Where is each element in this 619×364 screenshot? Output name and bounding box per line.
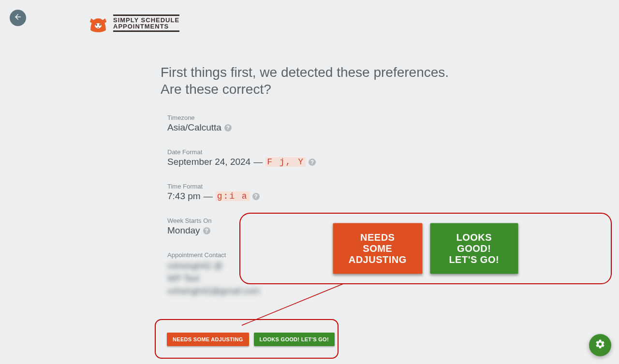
arrow-left-icon [14, 13, 22, 23]
timeformat-value: 7:43 pm [167, 191, 201, 202]
svg-point-0 [96, 24, 97, 26]
logo: SIMPLY SCHEDULE APPOINTMENTS [87, 12, 179, 34]
looks-good-button-large[interactable]: LOOKS GOOD! LET'S GO! [430, 223, 518, 274]
needs-adjusting-button-large[interactable]: NEEDS SOME ADJUSTING [333, 223, 423, 274]
settings-fab[interactable] [589, 334, 611, 356]
help-icon[interactable]: ? [203, 227, 210, 234]
field-date-format: Date Format September 24, 2024 — F j, Y … [167, 148, 438, 167]
logo-line1: SIMPLY SCHEDULE [113, 15, 179, 23]
action-buttons: NEEDS SOME ADJUSTING LOOKS GOOD! LET'S G… [167, 333, 335, 346]
field-label: Time Format [167, 183, 438, 190]
heading-line2: Are these correct? [161, 81, 449, 98]
field-label: Date Format [167, 148, 438, 156]
callout-frame-large: NEEDS SOME ADJUSTING LOOKS GOOD! LET'S G… [239, 213, 612, 284]
dateformat-value: September 24, 2024 [167, 157, 251, 167]
field-label: Timezone [167, 114, 438, 121]
heading-line1: First things first, we detected these pr… [161, 64, 449, 81]
dateformat-code: F j, Y [265, 157, 306, 167]
contact-line-3: vshsingh42@gmail.com [167, 285, 438, 297]
help-icon[interactable]: ? [252, 193, 260, 200]
field-time-format: Time Format 7:43 pm — g:i a ? [167, 183, 438, 202]
page-heading: First things first, we detected these pr… [161, 64, 449, 98]
needs-adjusting-button[interactable]: NEEDS SOME ADJUSTING [167, 333, 249, 346]
fox-icon [87, 12, 109, 34]
logo-text: SIMPLY SCHEDULE APPOINTMENTS [113, 15, 179, 32]
field-timezone: Timezone Asia/Calcutta ? [167, 114, 438, 133]
timeformat-code: g:i a [216, 191, 250, 201]
looks-good-button[interactable]: LOOKS GOOD! LET'S GO! [254, 333, 335, 346]
svg-point-1 [99, 24, 101, 26]
help-icon[interactable]: ? [309, 159, 316, 166]
separator: — [204, 191, 213, 202]
separator: — [253, 157, 263, 167]
logo-line2: APPOINTMENTS [113, 23, 179, 32]
timezone-value: Asia/Calcutta [167, 122, 221, 133]
weekstart-value: Monday [167, 225, 200, 236]
back-button[interactable] [10, 10, 26, 26]
help-icon[interactable]: ? [224, 124, 232, 131]
gear-icon [595, 339, 605, 351]
